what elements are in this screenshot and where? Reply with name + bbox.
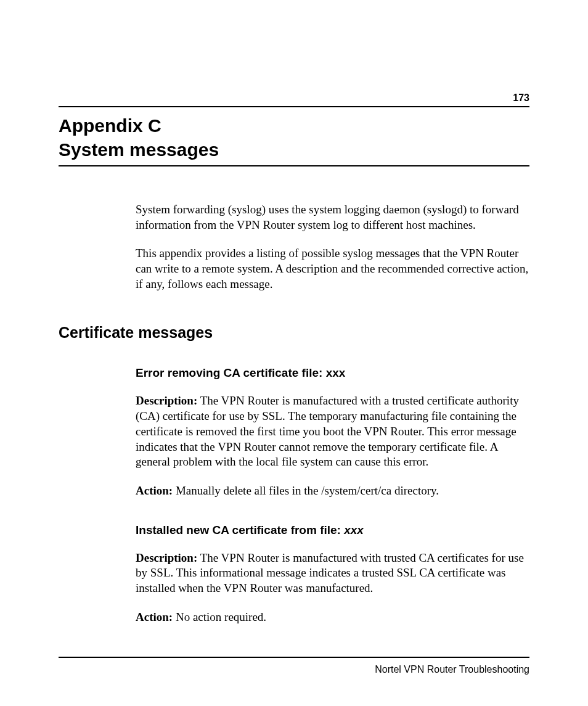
title-line-1: Appendix C <box>59 115 161 136</box>
message-block: Error removing CA certificate file: xxx … <box>136 366 529 498</box>
message-title: Installed new CA certificate from file: … <box>136 523 529 537</box>
message-title-italic: xxx <box>344 523 364 536</box>
message-block: Installed new CA certificate from file: … <box>136 523 529 625</box>
message-description: Description: The VPN Router is manufactu… <box>136 393 529 469</box>
intro-paragraph-2: This appendix provides a listing of poss… <box>136 246 529 292</box>
action-label: Action: <box>136 610 173 623</box>
message-action: Action: Manually delete all files in the… <box>136 483 529 499</box>
title-divider <box>59 165 529 166</box>
action-label: Action: <box>136 484 173 497</box>
action-text: No action required. <box>173 610 266 623</box>
action-text: Manually delete all files in the /system… <box>173 484 439 497</box>
page: 173 Appendix C System messages System fo… <box>0 0 588 706</box>
title-line-2: System messages <box>59 139 219 160</box>
message-description: Description: The VPN Router is manufactu… <box>136 551 529 596</box>
top-divider <box>59 106 529 107</box>
intro-paragraph-1: System forwarding (syslog) uses the syst… <box>136 202 529 232</box>
message-title-text: Error removing CA certificate file: xxx <box>136 366 345 379</box>
footer-text: Nortel VPN Router Troubleshooting <box>375 664 529 675</box>
intro-block: System forwarding (syslog) uses the syst… <box>136 202 529 292</box>
appendix-title: Appendix C System messages <box>59 113 529 162</box>
description-label: Description: <box>136 394 197 407</box>
section-title: Certificate messages <box>59 324 529 342</box>
footer-divider <box>59 657 529 658</box>
message-action: Action: No action required. <box>136 610 529 625</box>
page-number: 173 <box>513 92 529 104</box>
message-title-text: Installed new CA certificate from file: <box>136 523 344 536</box>
message-title: Error removing CA certificate file: xxx <box>136 366 529 380</box>
description-label: Description: <box>136 551 197 564</box>
